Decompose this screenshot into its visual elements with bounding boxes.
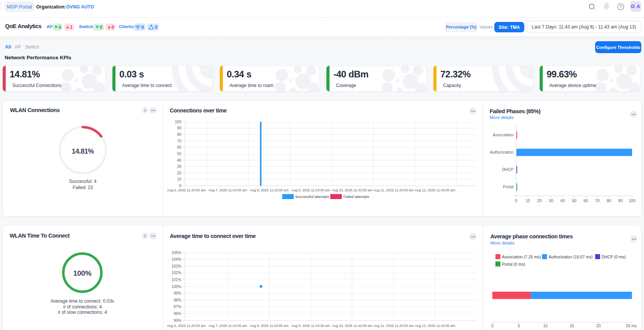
svg-text:Aug 11, 2025 11:43:00 am: Aug 11, 2025 11:43:00 am — [373, 188, 414, 192]
svg-text:40: 40 — [560, 198, 565, 203]
svg-text:50: 50 — [572, 198, 577, 203]
svg-text:Aug 11, 2025 11:43:00 am: Aug 11, 2025 11:43:00 am — [373, 324, 414, 328]
svg-text:100: 100 — [629, 198, 636, 203]
svg-text:97%: 97% — [174, 305, 181, 309]
svg-text:Aug 9, 2025 11:43:00 am: Aug 9, 2025 11:43:00 am — [291, 188, 330, 192]
svg-text:103%: 103% — [171, 264, 181, 268]
svg-text:10: 10 — [177, 177, 182, 181]
svg-text:26 ms: 26 ms — [626, 323, 637, 328]
svg-text:10: 10 — [543, 323, 548, 328]
svg-text:5: 5 — [518, 323, 520, 328]
svg-text:Aug 8, 2025 11:43:00 am: Aug 8, 2025 11:43:00 am — [250, 188, 288, 192]
svg-text:30: 30 — [177, 164, 182, 169]
svg-text:100: 100 — [175, 120, 181, 124]
svg-text:Association: Association — [493, 132, 514, 137]
svg-text:DHCP: DHCP — [502, 167, 514, 172]
svg-text:90: 90 — [618, 198, 623, 203]
svg-text:105%: 105% — [171, 251, 181, 255]
svg-text:98%: 98% — [174, 298, 181, 302]
svg-text:Aug 12, 2025 11:43:00 am: Aug 12, 2025 11:43:00 am — [415, 324, 455, 328]
svg-text:101%: 101% — [171, 278, 181, 282]
svg-text:80: 80 — [177, 132, 182, 137]
svg-text:Aug 6, 2025 11:43:00 am: Aug 6, 2025 11:43:00 am — [167, 324, 206, 328]
svg-text:50: 50 — [177, 152, 182, 156]
svg-text:Aug 8, 2025 11:43:00 am: Aug 8, 2025 11:43:00 am — [250, 324, 288, 328]
svg-text:Aug 10, 2025 11:43:00 am: Aug 10, 2025 11:43:00 am — [332, 324, 372, 328]
svg-text:60: 60 — [584, 198, 588, 203]
svg-text:15: 15 — [570, 323, 574, 328]
svg-text:95%: 95% — [174, 318, 181, 323]
svg-text:70: 70 — [595, 198, 600, 203]
svg-text:70: 70 — [177, 139, 182, 143]
svg-text:Aug 7, 2025 11:43:00 am: Aug 7, 2025 11:43:00 am — [208, 324, 247, 328]
svg-text:20: 20 — [596, 323, 601, 328]
svg-text:96%: 96% — [174, 312, 181, 316]
svg-text:102%: 102% — [171, 271, 181, 275]
svg-text:104%: 104% — [171, 257, 181, 261]
svg-text:0: 0 — [515, 198, 517, 203]
svg-text:0: 0 — [179, 184, 181, 188]
svg-text:30: 30 — [549, 198, 553, 203]
svg-text:0: 0 — [491, 323, 493, 328]
svg-text:20: 20 — [537, 198, 542, 203]
svg-text:80: 80 — [607, 198, 611, 203]
svg-text:10: 10 — [525, 198, 530, 203]
svg-text:60: 60 — [177, 145, 182, 149]
svg-text:Aug 6, 2025 11:43:00 am: Aug 6, 2025 11:43:00 am — [167, 188, 206, 192]
svg-text:Aug 12, 2025 11:43:00 am: Aug 12, 2025 11:43:00 am — [415, 188, 455, 192]
svg-text:20: 20 — [177, 171, 182, 175]
svg-text:Authorization: Authorization — [490, 150, 514, 154]
svg-text:90: 90 — [177, 126, 182, 130]
svg-text:Aug 10, 2025 11:43:00 am: Aug 10, 2025 11:43:00 am — [332, 188, 372, 192]
svg-text:Aug 9, 2025 11:43:00 am: Aug 9, 2025 11:43:00 am — [291, 324, 330, 328]
svg-text:Aug 7, 2025 11:43:00 am: Aug 7, 2025 11:43:00 am — [208, 188, 247, 192]
svg-text:99%: 99% — [174, 291, 181, 295]
svg-text:100%: 100% — [171, 285, 181, 289]
svg-text:Portal: Portal — [503, 184, 514, 189]
svg-text:40: 40 — [177, 158, 182, 162]
